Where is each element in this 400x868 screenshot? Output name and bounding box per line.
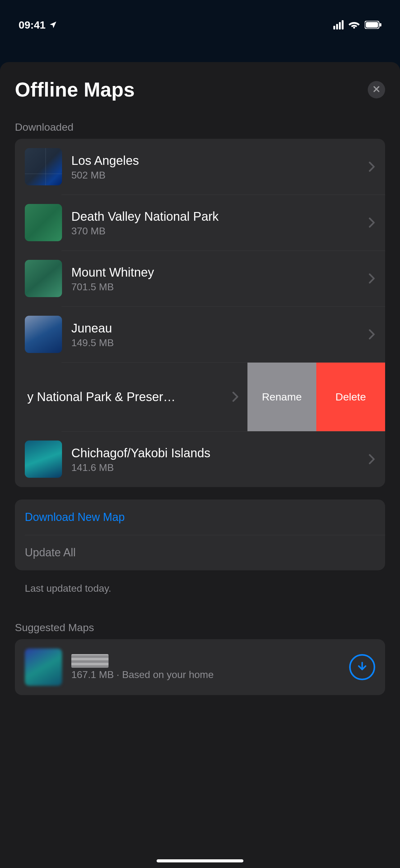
map-row-swiped[interactable]: y National Park & Preser… Rename Delete: [15, 362, 385, 431]
chevron-right-icon: [368, 329, 375, 340]
map-name: y National Park & Preser…: [27, 390, 225, 404]
map-size: 141.6 MB: [71, 462, 359, 473]
battery-icon: [365, 21, 381, 29]
map-size: 701.5 MB: [71, 281, 359, 293]
map-row-text: 167.1 MB · Based on your home: [71, 654, 340, 681]
map-row[interactable]: Death Valley National Park 370 MB: [15, 195, 385, 251]
svg-rect-2: [380, 23, 381, 27]
cellular-signal-icon: [333, 20, 343, 30]
location-arrow-icon: [49, 21, 57, 29]
map-name: [71, 654, 108, 668]
arrow-down-icon: [356, 661, 368, 674]
status-bar: 09:41: [0, 0, 400, 37]
suggested-section-label: Suggested Maps: [0, 621, 400, 639]
suggested-map-row[interactable]: 167.1 MB · Based on your home: [15, 639, 385, 695]
home-indicator[interactable]: [157, 859, 243, 862]
suggested-maps-list: 167.1 MB · Based on your home: [15, 639, 385, 695]
map-thumbnail: [25, 204, 62, 241]
chevron-right-icon: [232, 392, 239, 402]
map-thumbnail: [25, 260, 62, 297]
download-new-map-button[interactable]: Download New Map: [15, 499, 385, 535]
map-row[interactable]: Chichagof/Yakobi Islands 141.6 MB: [15, 431, 385, 487]
update-all-button[interactable]: Update All: [15, 535, 385, 570]
map-name: Juneau: [71, 320, 359, 336]
map-thumbnail: [25, 148, 62, 185]
map-thumbnail: [25, 649, 62, 686]
rename-button[interactable]: Rename: [247, 362, 316, 431]
map-name: Mount Whitney: [71, 265, 359, 280]
map-thumbnail: [25, 440, 62, 478]
download-button[interactable]: [349, 654, 375, 680]
svg-rect-1: [366, 22, 378, 28]
last-updated-note: Last updated today.: [0, 583, 400, 621]
map-name: Chichagof/Yakobi Islands: [71, 445, 359, 461]
chevron-right-icon: [368, 217, 375, 228]
map-row-text: Death Valley National Park 370 MB: [71, 209, 359, 237]
map-detail: 167.1 MB · Based on your home: [71, 669, 340, 681]
map-name: Death Valley National Park: [71, 209, 359, 224]
chevron-right-icon: [368, 454, 375, 464]
offline-maps-sheet: Offline Maps Downloaded Los Angeles 502 …: [0, 62, 400, 868]
chevron-right-icon: [368, 273, 375, 284]
actions-list: Download New Map Update All: [15, 499, 385, 570]
map-size: 149.5 MB: [71, 337, 359, 349]
map-row-text: Los Angeles 502 MB: [71, 153, 359, 181]
status-time: 09:41: [19, 19, 45, 31]
status-left: 09:41: [19, 19, 57, 31]
map-row-text: Chichagof/Yakobi Islands 141.6 MB: [71, 445, 359, 473]
close-button[interactable]: [368, 81, 385, 98]
wifi-icon: [348, 19, 360, 30]
map-row[interactable]: Juneau 149.5 MB: [15, 306, 385, 362]
sheet-header: Offline Maps: [0, 78, 400, 121]
map-row[interactable]: Los Angeles 502 MB: [15, 139, 385, 195]
downloaded-maps-list: Los Angeles 502 MB Death Valley National…: [15, 139, 385, 487]
swiped-row-content[interactable]: y National Park & Preser…: [15, 362, 247, 431]
map-size: 370 MB: [71, 225, 359, 237]
delete-button[interactable]: Delete: [316, 362, 385, 431]
downloaded-section-label: Downloaded: [0, 121, 400, 139]
page-title: Offline Maps: [15, 78, 135, 101]
map-name: Los Angeles: [71, 153, 359, 168]
map-thumbnail: [25, 316, 62, 353]
close-icon: [372, 85, 380, 94]
chevron-right-icon: [368, 161, 375, 172]
swipe-actions: Rename Delete: [247, 362, 385, 431]
map-size: 502 MB: [71, 169, 359, 181]
map-row-text: Mount Whitney 701.5 MB: [71, 265, 359, 293]
map-row-text: Juneau 149.5 MB: [71, 320, 359, 349]
status-right: [333, 19, 381, 30]
map-row[interactable]: Mount Whitney 701.5 MB: [15, 251, 385, 306]
